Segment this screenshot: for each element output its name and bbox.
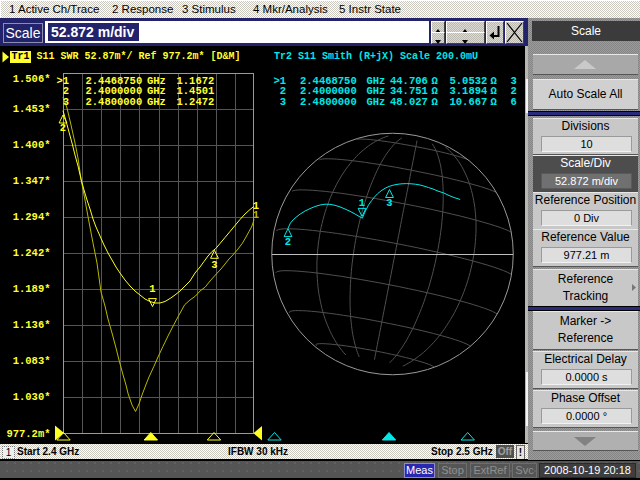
svg-text:2: 2 — [60, 122, 66, 134]
svg-text:3: 3 — [211, 259, 217, 271]
svg-text:1: 1 — [149, 283, 155, 295]
svg-text:2.4800000: 2.4800000 — [86, 96, 143, 108]
svg-text:1: 1 — [359, 197, 365, 209]
svg-text:1.294*: 1.294* — [13, 211, 51, 223]
svg-text:1.347*: 1.347* — [13, 175, 51, 187]
svg-text:6: 6 — [511, 96, 517, 108]
svg-text:1.506*: 1.506* — [13, 73, 51, 85]
svg-text:GHz: GHz — [147, 96, 166, 108]
svg-text:2: 2 — [285, 236, 291, 248]
svg-text:1.242*: 1.242* — [13, 247, 51, 259]
svg-text:Ω: Ω — [432, 96, 439, 108]
svg-text:1.083*: 1.083* — [13, 355, 51, 367]
svg-text:1.400*: 1.400* — [13, 139, 51, 151]
svg-text:Ω: Ω — [491, 96, 498, 108]
svg-text:10.667: 10.667 — [450, 96, 488, 108]
svg-text:1.189*: 1.189* — [13, 283, 51, 295]
svg-text:1.2472: 1.2472 — [177, 96, 215, 108]
svg-text:1.030*: 1.030* — [13, 391, 51, 403]
svg-text:3: 3 — [280, 96, 286, 108]
svg-text:1: 1 — [253, 209, 259, 221]
svg-text:1.453*: 1.453* — [13, 103, 51, 115]
svg-text:3: 3 — [386, 197, 392, 209]
svg-text:3: 3 — [63, 96, 69, 108]
svg-text:48.027: 48.027 — [390, 96, 428, 108]
svg-text:GHz: GHz — [367, 96, 386, 108]
svg-text:1.136*: 1.136* — [13, 319, 51, 331]
svg-text:2.4800000: 2.4800000 — [300, 96, 357, 108]
svg-text:977.2m*: 977.2m* — [6, 428, 50, 440]
